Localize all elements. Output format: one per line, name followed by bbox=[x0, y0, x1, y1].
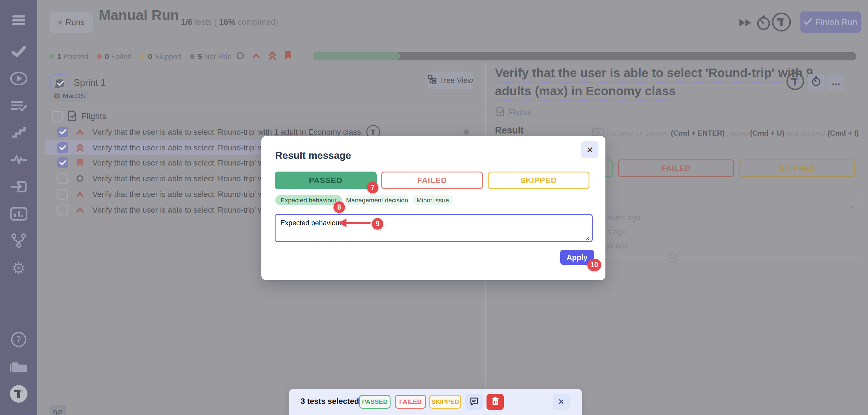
result-section-heading: Result bbox=[495, 125, 524, 136]
run-progress-bar bbox=[313, 52, 856, 60]
bulk-comment-button[interactable] bbox=[465, 394, 483, 410]
bulk-close-button[interactable]: ✕ bbox=[553, 394, 570, 410]
annotation-badge-9: 9 bbox=[372, 218, 383, 230]
ellipsis-icon: … bbox=[832, 77, 840, 87]
folder-row[interactable]: Flights bbox=[52, 110, 106, 123]
chevrons-up-filter-icon[interactable] bbox=[268, 51, 277, 62]
page-title: Manual Run bbox=[99, 7, 179, 23]
chevrons-left-icon: « bbox=[58, 18, 62, 27]
divider bbox=[45, 108, 485, 109]
sidebar-item-branches[interactable] bbox=[0, 232, 37, 250]
resize-handle-icon[interactable] bbox=[585, 236, 590, 242]
sidebar-item-import[interactable] bbox=[0, 178, 37, 196]
test-title: Verify that the user is able to select '… bbox=[92, 205, 264, 215]
row-checkbox-checked[interactable] bbox=[57, 142, 68, 153]
sidebar-item-analytics[interactable] bbox=[0, 151, 37, 169]
bookmark-filter-icon[interactable] bbox=[284, 51, 292, 62]
menu-button[interactable] bbox=[0, 12, 37, 30]
tag-expected-behaviour[interactable]: Expected behaviour bbox=[275, 195, 342, 205]
row-checkbox-checked[interactable] bbox=[57, 126, 68, 138]
sidebar-item-milestones[interactable] bbox=[0, 124, 37, 142]
priority-high-icon bbox=[75, 191, 85, 198]
fast-forward-button[interactable] bbox=[738, 18, 754, 29]
back-to-runs-button[interactable]: « Runs bbox=[50, 12, 93, 33]
test-title: Verify that the user is able to select '… bbox=[92, 143, 264, 152]
result-message-textarea[interactable]: Expected behaviour bbox=[275, 214, 593, 242]
chevron-up-filter-icon[interactable] bbox=[252, 52, 261, 61]
priority-high-icon bbox=[75, 129, 85, 135]
detail-skipped-button[interactable]: SKIPPED bbox=[739, 159, 855, 177]
modal-passed-button[interactable]: PASSED bbox=[275, 172, 377, 189]
more-options-button[interactable]: … bbox=[828, 74, 844, 90]
folder-icon bbox=[10, 360, 27, 375]
play-circle-icon bbox=[10, 72, 28, 86]
fast-forward-icon bbox=[738, 24, 754, 29]
sidebar-logo[interactable] bbox=[0, 385, 37, 404]
environment-tag[interactable]: ⚙ MacOS bbox=[50, 90, 91, 102]
gear-icon: ⚙ bbox=[11, 259, 26, 277]
command-shortcut-button[interactable]: ⌘ bbox=[49, 405, 66, 415]
sidebar-item-tests[interactable] bbox=[0, 43, 37, 61]
modal-failed-button[interactable]: FAILED bbox=[381, 172, 483, 189]
resize-handle-icon[interactable] bbox=[849, 204, 854, 210]
row-checkbox-checked[interactable] bbox=[57, 157, 68, 168]
sidebar-item-projects[interactable] bbox=[0, 358, 37, 376]
annotation-badge-7: 7 bbox=[367, 182, 378, 193]
priority-high-icon bbox=[75, 207, 85, 213]
automated-test-icon bbox=[786, 72, 805, 92]
detail-failed-button[interactable]: FAILED bbox=[618, 159, 734, 177]
finish-run-button[interactable]: Finish Run bbox=[800, 11, 861, 33]
sidebar-item-settings[interactable]: ⚙ bbox=[0, 259, 37, 277]
sidebar-item-help[interactable]: ? bbox=[0, 331, 37, 349]
modal-title: Result message bbox=[275, 150, 351, 161]
bulk-failed-button[interactable]: FAILED bbox=[395, 395, 426, 409]
annotation-badge-8: 8 bbox=[334, 202, 345, 213]
modal-skipped-button[interactable]: SKIPPED bbox=[488, 172, 589, 189]
sidebar-item-reports[interactable] bbox=[0, 205, 37, 224]
folder-label: Flights bbox=[82, 112, 106, 121]
breadcrumb[interactable]: Flights bbox=[496, 106, 531, 118]
expand-history-button[interactable] bbox=[668, 253, 678, 264]
tag-minor-issue[interactable]: Minor issue bbox=[412, 195, 453, 205]
tree-view-icon bbox=[428, 75, 436, 86]
row-checkbox-unchecked[interactable] bbox=[57, 189, 68, 200]
bulk-delete-button[interactable] bbox=[487, 394, 504, 410]
timer-detail-button[interactable] bbox=[808, 74, 825, 90]
sidebar-item-test-plans[interactable] bbox=[0, 97, 37, 115]
detail-message-textarea[interactable] bbox=[583, 185, 857, 213]
file-check-icon bbox=[68, 110, 77, 122]
test-detail-title-line2: adults (max) in Economy class bbox=[495, 84, 676, 98]
help-icon: ? bbox=[10, 331, 27, 349]
steps-icon bbox=[10, 126, 27, 140]
circle-filter-icon[interactable] bbox=[236, 51, 245, 61]
gear-icon: ⚙ bbox=[54, 91, 60, 100]
list-check-icon bbox=[10, 100, 27, 113]
test-title: Verify that the user is able to select '… bbox=[92, 174, 264, 183]
environment-tag-label: MacOS bbox=[63, 92, 85, 100]
close-icon: ✕ bbox=[586, 145, 593, 155]
modal-close-button[interactable]: ✕ bbox=[581, 141, 598, 158]
trash-icon bbox=[491, 397, 499, 407]
row-checkbox-unchecked[interactable] bbox=[57, 205, 68, 215]
testomat-logo-icon bbox=[9, 385, 28, 405]
check-icon bbox=[804, 18, 812, 27]
tag-management-decision[interactable]: Management decision bbox=[345, 195, 409, 205]
close-icon: ✕ bbox=[558, 397, 565, 407]
annotation-arrow-icon bbox=[339, 218, 346, 228]
breadcrumb-label: Flights bbox=[509, 108, 531, 117]
tree-view-label: Tree View bbox=[439, 76, 473, 85]
tree-view-button[interactable]: Tree View bbox=[428, 71, 473, 89]
sidebar-item-runs[interactable] bbox=[0, 70, 37, 88]
bulk-passed-button[interactable]: PASSED bbox=[359, 395, 391, 409]
timeline-entry: s ago bbox=[607, 228, 626, 236]
row-checkbox-unchecked[interactable] bbox=[57, 173, 68, 184]
skipped-count: 0 Skipped bbox=[140, 52, 181, 61]
test-detail-title-line1: Verify that the user is able to select '… bbox=[495, 66, 813, 80]
folder-checkbox[interactable] bbox=[52, 111, 63, 122]
test-title: Verify that the user is able to select '… bbox=[92, 190, 264, 199]
chevron-down-filter-icon[interactable] bbox=[220, 52, 229, 60]
pulse-icon bbox=[10, 153, 27, 167]
timer-button[interactable] bbox=[756, 14, 771, 32]
bulk-skipped-button[interactable]: SKIPPED bbox=[429, 395, 461, 409]
chevron-down-circle-icon bbox=[668, 259, 678, 264]
